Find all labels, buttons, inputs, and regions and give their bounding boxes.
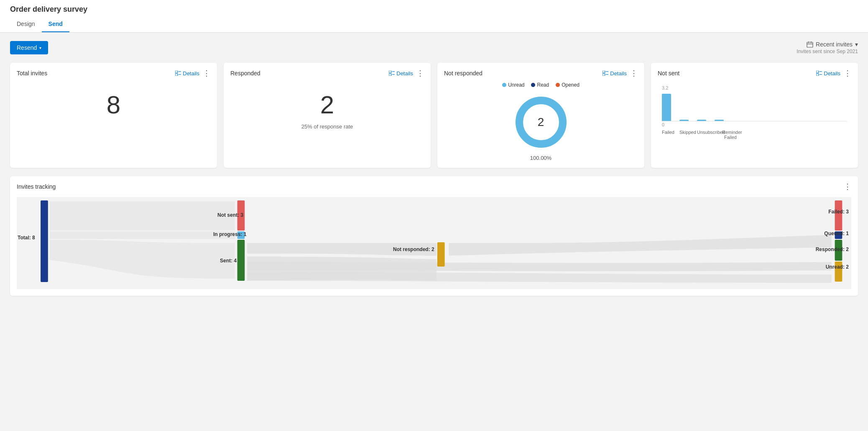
recent-invites-chevron: ▾ [855, 41, 858, 48]
y-label-top: 3.2 [662, 85, 847, 90]
total-invites-title: Total invites [17, 70, 47, 77]
toolbar: Resend ▾ Recent invites ▾ Invites sent s… [10, 41, 858, 54]
chevron-down-icon: ▾ [39, 46, 41, 50]
details-label: Details [610, 70, 627, 77]
tracking-header: Invites tracking ⋮ [17, 183, 851, 190]
svg-rect-0 [807, 42, 813, 47]
svg-rect-4 [175, 71, 178, 73]
responded-value: 2 [230, 82, 424, 123]
top-bar: Order delivery survey Design Send [0, 0, 868, 33]
not-responded-details[interactable]: Details [602, 70, 627, 77]
more-options-button[interactable]: ⋮ [416, 69, 424, 77]
page-title: Order delivery survey [10, 5, 858, 14]
svg-rect-12 [602, 71, 605, 73]
not-sent-details[interactable]: Details [816, 70, 840, 77]
donut-chart: 2 [512, 93, 570, 151]
tab-send[interactable]: Send [42, 17, 69, 32]
bar-label-failed: Failed [662, 130, 671, 140]
tracking-title: Invites tracking [17, 183, 56, 190]
responded-card: Responded Details ⋮ 2 25% of response ra… [224, 63, 431, 168]
legend-opened-label: Opened [562, 82, 580, 88]
details-label: Details [183, 70, 199, 77]
label-not-sent: Not sent: 3 [217, 212, 243, 218]
card-actions: Details ⋮ [175, 69, 210, 77]
details-label: Details [824, 70, 840, 77]
bar-label-unsubscribed: Unsubscribed [697, 130, 714, 140]
responded-details[interactable]: Details [389, 70, 413, 77]
y-label-bottom: 0 [662, 122, 847, 127]
recent-invites-label: Recent invites [816, 41, 853, 48]
svg-rect-5 [175, 74, 178, 76]
not-responded-title: Not responded [444, 70, 483, 77]
card-header: Responded Details ⋮ [230, 69, 424, 77]
svg-rect-9 [389, 74, 391, 76]
label-total: Total: 8 [18, 235, 35, 241]
details-icon [175, 71, 181, 76]
details-icon [389, 71, 395, 76]
tab-design[interactable]: Design [10, 17, 42, 32]
card-header: Total invites Details ⋮ [17, 69, 210, 77]
responded-title: Responded [230, 70, 260, 77]
read-dot [531, 83, 535, 87]
details-label: Details [396, 70, 413, 77]
svg-rect-13 [602, 74, 605, 76]
bar-reminder [715, 120, 724, 121]
total-invites-value: 8 [17, 82, 210, 123]
svg-rect-18 [816, 74, 819, 76]
bar-label-skipped: Skipped [679, 130, 689, 140]
donut-percentage: 100.00% [530, 155, 551, 161]
svg-rect-25 [835, 200, 842, 231]
legend-read-label: Read [537, 82, 549, 88]
card-header: Not responded Details ⋮ [444, 69, 638, 77]
details-icon [602, 71, 608, 76]
label-sent: Sent: 4 [220, 258, 237, 264]
legend-read: Read [531, 82, 549, 88]
resend-label: Resend [17, 44, 37, 51]
more-options-button[interactable]: ⋮ [844, 69, 851, 77]
recent-invites-button[interactable]: Recent invites ▾ Invites sent since Sep … [797, 41, 858, 54]
svg-rect-24 [437, 242, 445, 267]
bar-chart: 3.2 0 Failed [658, 82, 851, 143]
legend-unread: Unread [502, 82, 524, 88]
donut-container: Unread Read Opened 2 [444, 82, 638, 161]
tabs: Design Send [10, 17, 858, 32]
tracking-more-button[interactable]: ⋮ [844, 183, 851, 190]
svg-rect-17 [816, 71, 819, 73]
more-options-button[interactable]: ⋮ [203, 69, 210, 77]
not-sent-card: Not sent Details ⋮ 3.2 [651, 63, 858, 168]
total-bar [41, 200, 48, 282]
bar-group-reminder [715, 120, 724, 121]
card-actions: Details ⋮ [816, 69, 851, 77]
label-queued: Queued: 1 [824, 231, 849, 236]
label-responded: Responded: 2 [816, 246, 849, 252]
legend-unread-label: Unread [508, 82, 524, 88]
calendar-icon [807, 41, 813, 48]
not-responded-card: Not responded Details ⋮ Unread [437, 63, 644, 168]
bar-failed [662, 94, 671, 121]
unread-dot [502, 83, 506, 87]
card-actions: Details ⋮ [389, 69, 424, 77]
donut-center-value: 2 [538, 115, 544, 129]
main-content: Resend ▾ Recent invites ▾ Invites sent s… [0, 33, 868, 304]
label-unread: Unread: 2 [826, 264, 849, 270]
bar-skipped [679, 120, 689, 121]
card-header: Not sent Details ⋮ [658, 69, 851, 77]
details-icon [816, 71, 822, 76]
card-actions: Details ⋮ [602, 69, 638, 77]
label-failed: Failed: 3 [828, 209, 849, 215]
resend-button[interactable]: Resend ▾ [10, 41, 48, 54]
tracking-card: Invites tracking ⋮ [10, 176, 858, 296]
sankey-svg [17, 197, 851, 289]
sankey-diagram: Total: 8 Not sent: 3 In progress: 1 Sent… [17, 197, 851, 289]
bar-label-reminder: Reminder Failed [722, 130, 739, 140]
svg-rect-23 [237, 240, 245, 281]
not-sent-title: Not sent [658, 70, 679, 77]
more-options-button[interactable]: ⋮ [630, 69, 638, 77]
total-invites-card: Total invites Details ⋮ 8 [10, 63, 217, 168]
donut-legend: Unread Read Opened [502, 82, 580, 88]
recent-invites-subtitle: Invites sent since Sep 2021 [797, 49, 858, 54]
bar-group-failed [662, 94, 671, 121]
bar-labels: Failed Skipped Unsubscribed Reminder Fai… [662, 130, 847, 140]
total-invites-details[interactable]: Details [175, 70, 199, 77]
bar-group-skipped [679, 120, 689, 121]
